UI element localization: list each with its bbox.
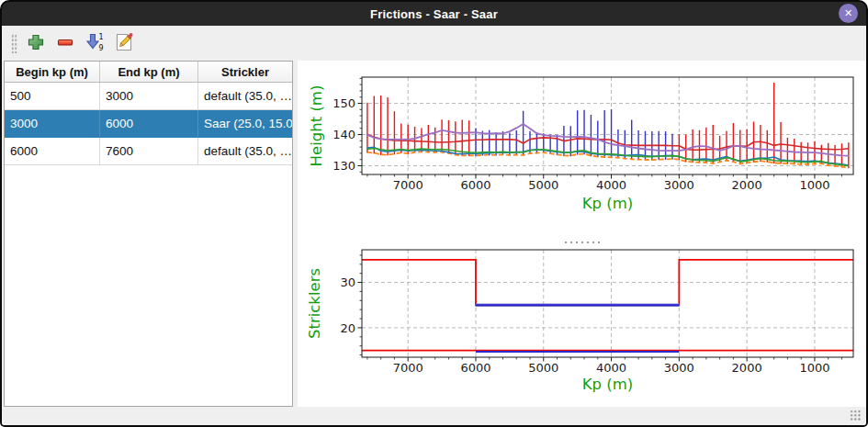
cell-end-kp[interactable]: 3000	[100, 83, 198, 110]
svg-text:5000: 5000	[528, 361, 558, 375]
column-header-begin-kp[interactable]: Begin kp (m)	[5, 62, 100, 82]
resize-grip-icon[interactable]	[850, 410, 862, 421]
svg-text:6000: 6000	[460, 361, 490, 375]
column-header-strickler[interactable]: Strickler	[198, 62, 292, 82]
toolbar-drag-handle[interactable]	[11, 33, 17, 53]
cell-begin-kp[interactable]: 6000	[5, 138, 100, 165]
toolbar: 1 9	[2, 26, 866, 61]
svg-text:5000: 5000	[528, 178, 558, 192]
close-icon: ✕	[844, 7, 852, 18]
svg-text:150: 150	[333, 96, 355, 110]
table-header: Begin kp (m) End kp (m) Strickler	[5, 62, 292, 83]
svg-text:4000: 4000	[596, 178, 626, 192]
svg-text:6000: 6000	[460, 178, 490, 192]
stricklers-chart: 70006000500040003000200010002030Kp (m)St…	[298, 244, 866, 414]
svg-text:Kp (m): Kp (m)	[582, 376, 634, 393]
statusbar	[2, 407, 866, 425]
cell-strickler[interactable]: default (35.0, …	[198, 83, 292, 110]
svg-text:1: 1	[99, 33, 104, 41]
svg-text:Height (m): Height (m)	[308, 85, 325, 167]
svg-text:7000: 7000	[393, 361, 423, 375]
minus-icon	[55, 32, 75, 55]
svg-text:3000: 3000	[664, 361, 694, 375]
svg-text:4000: 4000	[596, 361, 626, 375]
table-row-selected[interactable]: 3000 6000 Saar (25.0, 15.0)	[5, 110, 292, 138]
window-title: Frictions - Saar - Saar	[370, 7, 498, 21]
sort-numeric-icon: 1 9	[84, 31, 106, 56]
svg-text:140: 140	[333, 128, 355, 141]
titlebar[interactable]: Frictions - Saar - Saar ✕	[2, 2, 866, 26]
sort-rows-button[interactable]: 1 9	[82, 30, 107, 56]
edit-strickler-button[interactable]	[111, 30, 137, 56]
svg-text:20: 20	[340, 321, 355, 335]
table-row[interactable]: 6000 7600 default (35.0, …	[5, 138, 292, 165]
cell-strickler[interactable]: Saar (25.0, 15.0)	[198, 110, 292, 138]
svg-text:1000: 1000	[799, 361, 829, 375]
svg-text:2000: 2000	[732, 178, 762, 192]
frictions-window: Frictions - Saar - Saar ✕	[0, 0, 868, 427]
column-header-end-kp[interactable]: End kp (m)	[100, 62, 198, 82]
cell-strickler[interactable]: default (35.0, …	[198, 138, 292, 165]
height-chart: 7000600050004000300020001000130140150Kp …	[298, 61, 866, 239]
cell-begin-kp[interactable]: 500	[5, 83, 100, 110]
svg-text:Stricklers: Stricklers	[306, 268, 323, 339]
svg-text:7000: 7000	[393, 178, 423, 192]
close-button[interactable]: ✕	[839, 4, 858, 23]
remove-row-button[interactable]	[52, 30, 78, 56]
window-body: 1 9	[2, 26, 866, 425]
cell-end-kp[interactable]: 6000	[100, 110, 198, 138]
charts-panel: 7000600050004000300020001000130140150Kp …	[298, 61, 866, 407]
svg-text:130: 130	[333, 159, 355, 173]
cell-end-kp[interactable]: 7600	[100, 138, 198, 165]
plus-icon	[26, 32, 46, 55]
svg-text:30: 30	[340, 275, 355, 289]
add-row-button[interactable]	[23, 30, 49, 56]
splitter-handle-icon	[562, 240, 603, 243]
svg-text:9: 9	[99, 44, 104, 52]
svg-text:3000: 3000	[664, 178, 694, 192]
svg-text:Kp (m): Kp (m)	[582, 195, 634, 212]
table-row[interactable]: 500 3000 default (35.0, …	[5, 83, 292, 110]
svg-text:1000: 1000	[799, 178, 829, 192]
edit-icon	[113, 31, 135, 56]
cell-begin-kp[interactable]: 3000	[5, 110, 100, 138]
svg-text:2000: 2000	[732, 361, 762, 375]
frictions-table: Begin kp (m) End kp (m) Strickler 500 30…	[4, 61, 293, 407]
